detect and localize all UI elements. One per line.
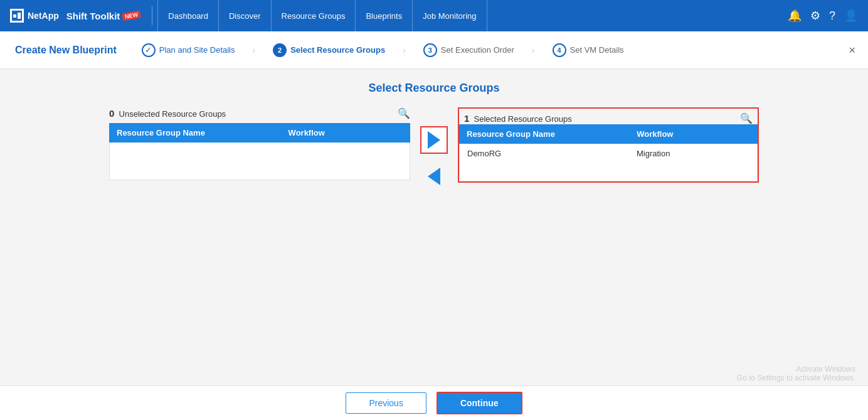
topnav-right: 🔔 ⚙ ? 👤: [788, 9, 858, 23]
unselected-panel-header: 0 Unselected Resource Groups 🔍: [109, 107, 410, 119]
nav-link-resource-groups[interactable]: Resource Groups: [272, 0, 356, 31]
wizard-step-2[interactable]: 2 Select Resource Groups: [273, 43, 385, 57]
page-heading: Select Resource Groups: [19, 82, 849, 95]
nav-link-job-monitoring[interactable]: Job Monitoring: [413, 0, 487, 31]
windows-watermark: Activate Windows Go to Settings to activ…: [737, 365, 855, 382]
unselected-panel: 0 Unselected Resource Groups 🔍 Resource …: [109, 107, 410, 180]
settings-icon[interactable]: ⚙: [810, 9, 820, 23]
step-separator-2: ›: [403, 45, 406, 55]
selected-col-name: Resource Group Name: [467, 129, 637, 139]
unselected-search-icon[interactable]: 🔍: [398, 107, 410, 119]
row-workflow: Migration: [637, 149, 749, 158]
wizard-step-1[interactable]: ✓ Plan and Site Details: [142, 43, 235, 57]
unselected-count-label: 0 Unselected Resource Groups: [109, 108, 226, 119]
watermark-line2: Go to Settings to activate Windows.: [737, 374, 855, 382]
nav-link-discover[interactable]: Discover: [219, 0, 272, 31]
selected-search-icon[interactable]: 🔍: [740, 112, 753, 124]
svg-rect-1: [13, 14, 16, 18]
selected-col-workflow: Workflow: [637, 129, 750, 139]
wizard-header: Create New Blueprint ✓ Plan and Site Det…: [0, 31, 868, 69]
user-icon[interactable]: 👤: [844, 9, 858, 23]
continue-button[interactable]: Continue: [437, 392, 522, 414]
netapp-logo-icon: [10, 9, 24, 23]
step-3-circle: 3: [423, 43, 437, 57]
step-separator-3: ›: [532, 45, 535, 55]
step-4-circle: 4: [553, 43, 566, 57]
step-2-label: Select Resource Groups: [290, 45, 385, 55]
step-3-label: Set Execution Order: [441, 45, 514, 55]
table-row[interactable]: DemoRG Migration: [460, 144, 757, 163]
wizard-step-3[interactable]: 3 Set Execution Order: [423, 43, 514, 57]
unselected-count: 0: [109, 108, 114, 119]
wizard-close-button[interactable]: ×: [849, 43, 855, 57]
previous-button[interactable]: Previous: [346, 392, 426, 414]
step-1-label: Plan and Site Details: [159, 45, 235, 55]
wizard-step-4[interactable]: 4 Set VM Details: [553, 43, 624, 57]
watermark-line1: Activate Windows: [737, 365, 855, 374]
selected-count-label: 1 Selected Resource Groups: [464, 113, 572, 124]
unselected-col-name: Resource Group Name: [117, 128, 288, 137]
move-right-button[interactable]: [420, 126, 448, 154]
move-left-button[interactable]: [428, 168, 440, 185]
unselected-table-body: [109, 143, 410, 180]
arrow-right-icon: [428, 131, 440, 149]
wizard-steps: ✓ Plan and Site Details › 2 Select Resou…: [142, 43, 624, 57]
selected-table-body: DemoRG Migration: [459, 144, 758, 181]
notification-icon[interactable]: 🔔: [788, 9, 802, 23]
step-4-label: Set VM Details: [570, 45, 624, 55]
transfer-buttons: [410, 126, 458, 185]
footer: Previous Continue: [0, 385, 868, 420]
nav-link-dashboard[interactable]: Dashboard: [157, 0, 219, 31]
unselected-col-workflow: Workflow: [288, 128, 403, 137]
wizard-title: Create New Blueprint: [15, 45, 117, 56]
netapp-logo-text: NetApp: [28, 11, 59, 21]
selected-panel: 1 Selected Resource Groups 🔍 Resource Gr…: [458, 107, 759, 183]
nav-link-blueprints[interactable]: Blueprints: [356, 0, 413, 31]
top-navigation: NetApp Shift Toolkit NEW Dashboard Disco…: [0, 0, 868, 31]
unselected-table-header: Resource Group Name Workflow: [109, 123, 410, 143]
unselected-label-text: Unselected Resource Groups: [119, 109, 226, 119]
netapp-logo: NetApp: [10, 9, 59, 23]
step-separator-1: ›: [253, 45, 256, 55]
shift-toolkit-label: Shift Toolkit NEW: [66, 11, 141, 21]
beta-badge: NEW: [122, 11, 142, 21]
nav-links: Dashboard Discover Resource Groups Bluep…: [157, 0, 487, 31]
selected-panel-header: 1 Selected Resource Groups 🔍: [459, 109, 758, 124]
selected-table-header: Resource Group Name Workflow: [459, 124, 758, 144]
svg-rect-2: [18, 13, 21, 19]
main-content: Select Resource Groups 0 Unselected Reso…: [0, 69, 868, 385]
step-2-circle: 2: [273, 43, 287, 57]
row-name: DemoRG: [467, 149, 637, 158]
step-1-check: ✓: [142, 43, 156, 57]
nav-divider: [152, 6, 152, 25]
selected-label-text: Selected Resource Groups: [474, 114, 572, 124]
selected-count: 1: [464, 113, 469, 124]
help-icon[interactable]: ?: [829, 9, 835, 23]
panels-container: 0 Unselected Resource Groups 🔍 Resource …: [19, 107, 849, 185]
